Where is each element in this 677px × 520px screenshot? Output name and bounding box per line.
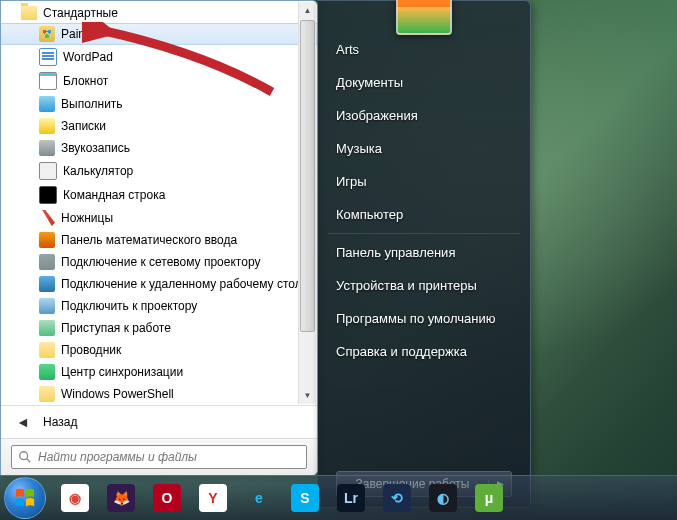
side-item-компьютер[interactable]: Компьютер: [318, 198, 530, 231]
back-label: Назад: [43, 415, 77, 429]
taskbar-steam[interactable]: ◐: [421, 480, 465, 516]
side-item-панель-управления[interactable]: Панель управления: [318, 236, 530, 269]
program-label: Windows PowerShell: [61, 387, 174, 401]
program-item-командная-строка[interactable]: Командная строка: [1, 183, 317, 207]
side-item-программы-по-умолчанию[interactable]: Программы по умолчанию: [318, 302, 530, 335]
wordpad-icon: [39, 48, 57, 66]
folder-label: Стандартные: [43, 6, 118, 20]
side-separator: [328, 233, 520, 234]
folder-open-icon: [21, 6, 37, 20]
search-box[interactable]: [11, 445, 307, 469]
program-item-выполнить[interactable]: Выполнить: [1, 93, 317, 115]
lightroom-icon: Lr: [337, 484, 365, 512]
remote-icon: [39, 276, 55, 292]
taskbar-skype[interactable]: S: [283, 480, 327, 516]
search-input[interactable]: [36, 449, 300, 465]
program-item-wordpad[interactable]: WordPad: [1, 45, 317, 69]
program-label: Панель математического ввода: [61, 233, 237, 247]
taskbar-ie[interactable]: e: [237, 480, 281, 516]
side-item-справка-и-поддержка[interactable]: Справка и поддержка: [318, 335, 530, 368]
ie-icon: e: [245, 484, 273, 512]
back-row: ◄ Назад: [1, 405, 317, 438]
notepad-icon: [39, 72, 57, 90]
steam-icon: ◐: [429, 484, 457, 512]
program-label: Центр синхронизации: [61, 365, 183, 379]
user-avatar[interactable]: [396, 0, 452, 35]
sound-icon: [39, 140, 55, 156]
yandex-icon: Y: [199, 484, 227, 512]
search-row: [1, 438, 317, 475]
snip-icon: [39, 210, 55, 226]
program-label: Подключить к проектору: [61, 299, 197, 313]
programs-scrollbar[interactable]: ▲ ▼: [298, 2, 316, 404]
paint-icon: [39, 26, 55, 42]
taskbar-yandex[interactable]: Y: [191, 480, 235, 516]
taskbar-lightroom[interactable]: Lr: [329, 480, 373, 516]
side-item-игры[interactable]: Игры: [318, 165, 530, 198]
program-item-проводник[interactable]: Проводник: [1, 339, 317, 361]
taskbar: ◉🦊OYeSLr⟲◐μ: [0, 475, 677, 520]
calc-icon: [39, 162, 57, 180]
program-label: Блокнот: [63, 74, 108, 88]
opera-icon: O: [153, 484, 181, 512]
chrome-icon: ◉: [61, 484, 89, 512]
program-label: Калькулятор: [63, 164, 133, 178]
program-label: Подключение к сетевому проектору: [61, 255, 260, 269]
program-label: Подключение к удаленному рабочему столу: [61, 277, 308, 291]
conn-icon: [39, 298, 55, 314]
program-label: Звукозапись: [61, 141, 130, 155]
scroll-down-button[interactable]: ▼: [299, 387, 316, 404]
side-item-документы[interactable]: Документы: [318, 66, 530, 99]
svg-point-0: [20, 452, 28, 460]
program-label: Приступая к работе: [61, 321, 171, 335]
battlenet-icon: ⟲: [383, 484, 411, 512]
start-icon: [39, 320, 55, 336]
program-item-подключить-к-проектору[interactable]: Подключить к проектору: [1, 295, 317, 317]
program-label: Выполнить: [61, 97, 123, 111]
taskbar-utorrent[interactable]: μ: [467, 480, 511, 516]
explorer-icon: [39, 342, 55, 358]
program-item-калькулятор[interactable]: Калькулятор: [1, 159, 317, 183]
program-label: WordPad: [63, 50, 113, 64]
scroll-up-button[interactable]: ▲: [299, 2, 316, 19]
program-item-записки[interactable]: Записки: [1, 115, 317, 137]
program-item-paint[interactable]: Paint: [1, 23, 317, 45]
program-item-панель-математического-ввода[interactable]: Панель математического ввода: [1, 229, 317, 251]
folder-icon: [39, 386, 55, 402]
side-item-музыка[interactable]: Музыка: [318, 132, 530, 165]
firefox-icon: 🦊: [107, 484, 135, 512]
program-item-блокнот[interactable]: Блокнот: [1, 69, 317, 93]
program-label: Проводник: [61, 343, 121, 357]
taskbar-firefox[interactable]: 🦊: [99, 480, 143, 516]
taskbar-battlenet[interactable]: ⟲: [375, 480, 419, 516]
skype-icon: S: [291, 484, 319, 512]
math-icon: [39, 232, 55, 248]
start-button[interactable]: [4, 477, 46, 519]
side-item-изображения[interactable]: Изображения: [318, 99, 530, 132]
taskbar-opera[interactable]: O: [145, 480, 189, 516]
program-item-подключение-к-сетевому-проектору[interactable]: Подключение к сетевому проектору: [1, 251, 317, 273]
program-item-ножницы[interactable]: Ножницы: [1, 207, 317, 229]
notes-icon: [39, 118, 55, 134]
scroll-thumb[interactable]: [300, 20, 315, 332]
program-item-приступая-к-работе[interactable]: Приступая к работе: [1, 317, 317, 339]
program-label: Ножницы: [61, 211, 113, 225]
taskbar-chrome[interactable]: ◉: [53, 480, 97, 516]
search-icon: [18, 450, 32, 464]
program-label: Командная строка: [63, 188, 165, 202]
program-label: Paint: [61, 27, 88, 41]
programs-list: Стандартные PaintWordPadБлокнотВыполнить…: [1, 1, 317, 405]
accessories-folder-open[interactable]: Стандартные: [1, 3, 317, 23]
program-item-windows-powershell[interactable]: Windows PowerShell: [1, 383, 317, 405]
program-item-центр-синхронизации[interactable]: Центр синхронизации: [1, 361, 317, 383]
back-button[interactable]: ◄: [13, 412, 33, 432]
utorrent-icon: μ: [475, 484, 503, 512]
side-item-arts[interactable]: Arts: [318, 33, 530, 66]
program-item-звукозапись[interactable]: Звукозапись: [1, 137, 317, 159]
side-item-устройства-и-принтеры[interactable]: Устройства и принтеры: [318, 269, 530, 302]
sync-icon: [39, 364, 55, 380]
proj-icon: [39, 254, 55, 270]
run-icon: [39, 96, 55, 112]
start-menu-right-pane: ArtsДокументыИзображенияМузыкаИгрыКомпью…: [318, 0, 531, 508]
program-item-подключение-к-удаленному-рабочему-столу[interactable]: Подключение к удаленному рабочему столу: [1, 273, 317, 295]
